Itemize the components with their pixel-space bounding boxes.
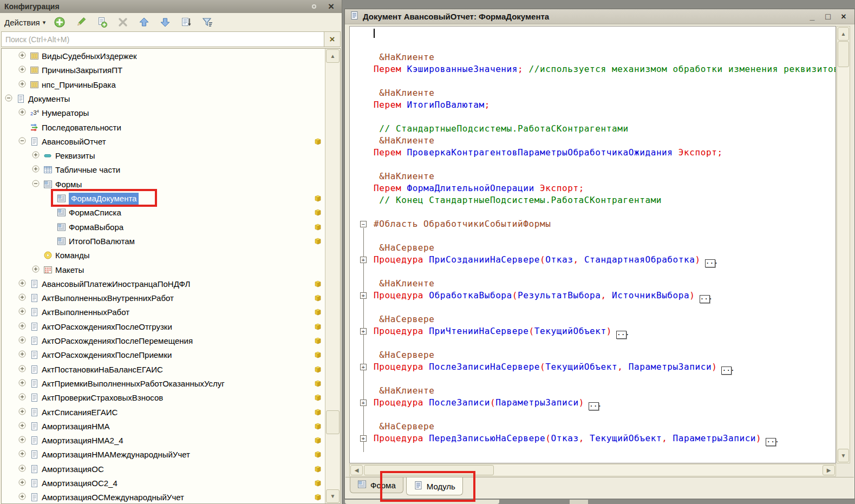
tree-item[interactable]: 234Нумераторы	[2, 106, 327, 120]
tree-expander-icon[interactable]	[18, 108, 26, 118]
tree-item[interactable]: Формы	[2, 177, 327, 192]
code-line[interactable]: +Процедура ПередЗаписьюНаСервере(Отказ, …	[350, 433, 836, 444]
code-line[interactable]	[350, 75, 836, 87]
code-line[interactable]: &НаСервере	[350, 349, 836, 361]
code-line[interactable]: &НаКлиенте	[350, 385, 836, 397]
tree-item[interactable]: АмортизацияНМАМеждународныйУчет	[2, 447, 327, 462]
maximize-icon[interactable]: □	[822, 12, 834, 22]
tree-expander-icon[interactable]	[18, 493, 26, 502]
tree-item[interactable]: АктВыполненныхВнутреннихРабот	[2, 291, 327, 305]
code-line[interactable]	[350, 409, 836, 421]
tree-item[interactable]: ПричиныЗакрытияПТ	[2, 63, 327, 77]
tree-item[interactable]: ФормаВыбора	[2, 220, 327, 234]
tree-item[interactable]: ИтогоПоВалютам	[2, 234, 327, 248]
fold-expand-icon[interactable]: +	[360, 257, 367, 263]
code-line[interactable]	[350, 206, 836, 218]
tree-expander-icon[interactable]	[18, 322, 26, 332]
sort-button[interactable]	[179, 15, 193, 29]
code-line[interactable]: +Процедура ПриЧтенииНаСервере(ТекущийОбъ…	[350, 325, 836, 337]
tree-item[interactable]: Последовательности	[2, 120, 327, 135]
tree-expander-icon[interactable]	[32, 151, 40, 161]
tree-expander-icon[interactable]	[18, 464, 26, 474]
tree-item[interactable]: АктСписанияЕГАИС	[2, 405, 327, 420]
tree-expander-icon[interactable]	[18, 137, 26, 147]
fold-expand-icon[interactable]: +	[360, 435, 367, 442]
tree-item[interactable]: АмортизацияОСМеждународныйУчет	[2, 490, 327, 504]
fold-expand-icon[interactable]: +	[360, 364, 367, 370]
tree-item[interactable]: нпс_ПричиныБрака	[2, 77, 327, 92]
tree-expander-icon[interactable]	[18, 479, 26, 488]
search-input[interactable]	[1, 31, 324, 47]
tree-item[interactable]: ФормаДокумента	[2, 191, 327, 206]
tree-expander-icon[interactable]	[5, 94, 12, 104]
code-line[interactable]: +Процедура ПриСозданииНаСервере(Отказ, С…	[350, 254, 836, 266]
tree-item[interactable]: Команды	[2, 248, 327, 263]
code-line[interactable]	[350, 230, 836, 242]
tree-item[interactable]: АмортизацияОС2_4	[2, 476, 327, 490]
scroll-up-icon[interactable]: ▲	[838, 27, 849, 41]
code-line[interactable]: +Процедура ПослеЗаписи(ПараметрыЗаписи).…	[350, 397, 836, 409]
tree-item[interactable]: Реквизиты	[2, 148, 327, 163]
scroll-down-icon[interactable]: ▼	[838, 449, 849, 462]
tree-item[interactable]: Документы	[2, 91, 327, 106]
code-line[interactable]	[350, 373, 836, 385]
code-line[interactable]: // СтандартныеПодсистемы.РаботаСКонтраге…	[350, 123, 836, 135]
tree-expander-icon[interactable]	[18, 336, 26, 346]
tree-item[interactable]: АктПроверкиСтраховыхВзносов	[2, 390, 327, 405]
copy-button[interactable]	[95, 15, 109, 29]
tree-item[interactable]: Макеты	[2, 263, 327, 277]
add-button[interactable]	[53, 15, 67, 29]
code-line[interactable]: &НаКлиенте	[350, 87, 836, 99]
code-line[interactable]	[350, 337, 836, 349]
editor-vscroll-thumb[interactable]	[838, 41, 849, 67]
tree-expander-icon[interactable]	[18, 80, 26, 90]
tree-expander-icon[interactable]	[18, 422, 26, 431]
tree-item[interactable]: АктОРасхожденияхПослеПеремещения	[2, 333, 327, 348]
tree-expander-icon[interactable]	[18, 51, 26, 61]
move-down-button[interactable]	[158, 15, 172, 29]
code-line[interactable]: +Процедура ПослеЗаписиНаСервере(ТекущийО…	[350, 361, 836, 373]
tree-expander-icon[interactable]	[18, 393, 26, 403]
tree-item[interactable]: АмортизацияНМА2_4	[2, 433, 327, 448]
tree-expander-icon[interactable]	[18, 365, 26, 375]
search-clear-icon[interactable]: ×	[324, 31, 341, 47]
code-line[interactable]	[350, 266, 836, 278]
tree-expander-icon[interactable]	[18, 66, 26, 75]
code-line[interactable]: −#Область ОбработчикиСобытийФормы	[350, 218, 836, 230]
code-line[interactable]	[350, 302, 836, 313]
tree-item[interactable]: АмортизацияНМА	[2, 419, 327, 434]
tree-expander-icon[interactable]	[18, 350, 26, 360]
code-line[interactable]: &НаКлиенте	[350, 278, 836, 290]
code-line[interactable]	[350, 40, 836, 51]
actions-menu-button[interactable]: Действия	[4, 18, 45, 27]
code-line[interactable]: &НаСервере	[350, 421, 836, 433]
filter-button[interactable]	[200, 15, 214, 29]
tree-expander-icon[interactable]	[18, 379, 26, 389]
tree-item[interactable]: АктОРасхожденияхПослеПриемки	[2, 348, 327, 362]
tree-expander-icon[interactable]	[32, 165, 40, 175]
pin-icon[interactable]	[312, 4, 316, 9]
edit-button[interactable]	[74, 15, 88, 29]
scroll-down-icon[interactable]: ▼	[326, 489, 340, 503]
tree-scrollbar[interactable]: ▲ ▼	[325, 49, 340, 503]
code-line[interactable]: Перем ФормаДлительнойОперации Экспорт;	[350, 182, 836, 194]
editor-vertical-scrollbar[interactable]: ▲ ▼	[837, 26, 850, 463]
code-line[interactable]: &НаСервере	[350, 313, 836, 325]
tree-item[interactable]: АктВыполненныхРабот	[2, 305, 327, 319]
close-icon[interactable]: ×	[838, 12, 850, 22]
fold-expand-icon[interactable]: +	[360, 400, 367, 406]
tree-item[interactable]: Табличные части	[2, 162, 327, 177]
tree-item[interactable]: ВидыСудебныхИздержек	[2, 49, 327, 63]
tree-expander-icon[interactable]	[18, 408, 26, 417]
tree-expander-icon[interactable]	[18, 293, 26, 303]
move-up-button[interactable]	[137, 15, 151, 29]
code-line[interactable]: Перем ПроверкаКонтрагентовПараметрыОбраб…	[350, 147, 836, 159]
scroll-up-icon[interactable]: ▲	[326, 49, 340, 63]
code-line[interactable]: &НаКлиенте	[350, 51, 836, 63]
tree-item[interactable]: АвансовыйОтчет	[2, 134, 327, 149]
tree-expander-icon[interactable]	[32, 180, 40, 189]
fold-collapse-icon[interactable]: −	[360, 221, 367, 227]
tree-item[interactable]: АктПриемкиВыполненныхРаботОказанныхУслуг	[2, 376, 327, 391]
scroll-left-icon[interactable]: ◀	[350, 465, 363, 475]
code-editor[interactable]: &НаКлиентеПерем КэшированныеЗначения; //…	[349, 26, 836, 463]
